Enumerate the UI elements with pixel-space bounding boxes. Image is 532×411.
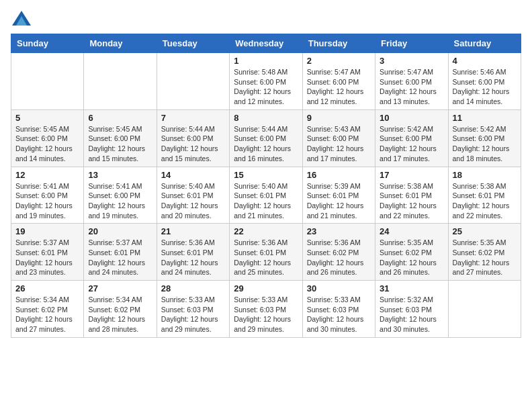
calendar-day-cell: 1Sunrise: 5:48 AMSunset: 6:00 PMDaylight… <box>230 53 302 110</box>
day-number: 20 <box>88 226 152 236</box>
calendar-table: SundayMondayTuesdayWednesdayThursdayFrid… <box>11 34 521 338</box>
logo-icon <box>12 11 31 26</box>
calendar-day-cell: 29Sunrise: 5:33 AMSunset: 6:03 PMDayligh… <box>230 281 302 338</box>
calendar-week-row: 1Sunrise: 5:48 AMSunset: 6:00 PMDaylight… <box>11 53 521 110</box>
day-number: 22 <box>234 226 298 236</box>
calendar-day-cell: 21Sunrise: 5:36 AMSunset: 6:01 PMDayligh… <box>157 224 229 281</box>
calendar-empty-cell <box>11 53 84 110</box>
day-number: 23 <box>307 226 371 236</box>
day-info: Sunrise: 5:37 AMSunset: 6:01 PMDaylight:… <box>15 238 79 277</box>
weekday-header-cell: Tuesday <box>157 34 229 53</box>
day-info: Sunrise: 5:47 AMSunset: 6:00 PMDaylight:… <box>380 67 443 107</box>
calendar-day-cell: 9Sunrise: 5:43 AMSunset: 6:00 PMDaylight… <box>302 109 375 167</box>
calendar-week-row: 5Sunrise: 5:45 AMSunset: 6:00 PMDaylight… <box>11 109 521 167</box>
day-info: Sunrise: 5:36 AMSunset: 6:01 PMDaylight:… <box>161 238 225 277</box>
day-info: Sunrise: 5:38 AMSunset: 6:01 PMDaylight:… <box>380 181 443 221</box>
day-number: 29 <box>234 283 298 293</box>
calendar-day-cell: 4Sunrise: 5:46 AMSunset: 6:00 PMDaylight… <box>448 53 521 110</box>
day-info: Sunrise: 5:44 AMSunset: 6:00 PMDaylight:… <box>161 124 225 164</box>
day-number: 2 <box>307 56 371 66</box>
calendar-empty-cell <box>448 281 521 338</box>
day-info: Sunrise: 5:41 AMSunset: 6:00 PMDaylight:… <box>15 181 79 221</box>
calendar-day-cell: 24Sunrise: 5:35 AMSunset: 6:02 PMDayligh… <box>375 224 448 281</box>
day-number: 26 <box>15 283 79 293</box>
weekday-header-cell: Friday <box>375 34 448 53</box>
calendar-day-cell: 3Sunrise: 5:47 AMSunset: 6:00 PMDaylight… <box>375 53 448 110</box>
weekday-header-row: SundayMondayTuesdayWednesdayThursdayFrid… <box>11 34 521 53</box>
day-number: 8 <box>234 113 298 123</box>
calendar-day-cell: 16Sunrise: 5:39 AMSunset: 6:01 PMDayligh… <box>302 167 375 224</box>
calendar-day-cell: 8Sunrise: 5:44 AMSunset: 6:00 PMDaylight… <box>230 109 302 167</box>
day-number: 7 <box>161 113 225 123</box>
day-number: 19 <box>15 226 79 236</box>
day-number: 1 <box>234 56 298 66</box>
weekday-header-cell: Thursday <box>302 34 375 53</box>
calendar-day-cell: 5Sunrise: 5:45 AMSunset: 6:00 PMDaylight… <box>11 109 84 167</box>
day-number: 3 <box>380 56 443 66</box>
calendar-day-cell: 28Sunrise: 5:33 AMSunset: 6:03 PMDayligh… <box>157 281 229 338</box>
day-info: Sunrise: 5:37 AMSunset: 6:01 PMDaylight:… <box>88 238 152 277</box>
day-number: 17 <box>380 170 443 180</box>
day-info: Sunrise: 5:34 AMSunset: 6:02 PMDaylight:… <box>88 295 152 334</box>
calendar-day-cell: 7Sunrise: 5:44 AMSunset: 6:00 PMDaylight… <box>157 109 229 167</box>
calendar-day-cell: 10Sunrise: 5:42 AMSunset: 6:00 PMDayligh… <box>375 109 448 167</box>
day-info: Sunrise: 5:40 AMSunset: 6:01 PMDaylight:… <box>161 181 225 221</box>
calendar-day-cell: 22Sunrise: 5:36 AMSunset: 6:01 PMDayligh… <box>230 224 302 281</box>
day-info: Sunrise: 5:48 AMSunset: 6:00 PMDaylight:… <box>234 67 298 107</box>
calendar-empty-cell <box>157 53 229 110</box>
day-info: Sunrise: 5:40 AMSunset: 6:01 PMDaylight:… <box>234 181 298 221</box>
calendar-day-cell: 6Sunrise: 5:45 AMSunset: 6:00 PMDaylight… <box>84 109 157 167</box>
day-number: 25 <box>453 226 517 236</box>
day-number: 16 <box>307 170 371 180</box>
calendar-day-cell: 27Sunrise: 5:34 AMSunset: 6:02 PMDayligh… <box>84 281 157 338</box>
day-number: 24 <box>380 226 443 236</box>
calendar-day-cell: 18Sunrise: 5:38 AMSunset: 6:01 PMDayligh… <box>448 167 521 224</box>
calendar-day-cell: 30Sunrise: 5:33 AMSunset: 6:03 PMDayligh… <box>302 281 375 338</box>
weekday-header-cell: Monday <box>84 34 157 53</box>
day-number: 14 <box>161 170 225 180</box>
day-number: 21 <box>161 226 225 236</box>
calendar-empty-cell <box>84 53 157 110</box>
calendar-day-cell: 17Sunrise: 5:38 AMSunset: 6:01 PMDayligh… <box>375 167 448 224</box>
day-number: 5 <box>15 113 79 123</box>
day-info: Sunrise: 5:36 AMSunset: 6:01 PMDaylight:… <box>234 238 298 277</box>
calendar-day-cell: 2Sunrise: 5:47 AMSunset: 6:00 PMDaylight… <box>302 53 375 110</box>
day-info: Sunrise: 5:33 AMSunset: 6:03 PMDaylight:… <box>234 295 298 334</box>
page-header <box>11 11 521 26</box>
calendar-day-cell: 14Sunrise: 5:40 AMSunset: 6:01 PMDayligh… <box>157 167 229 224</box>
day-info: Sunrise: 5:36 AMSunset: 6:02 PMDaylight:… <box>307 238 371 277</box>
calendar-day-cell: 13Sunrise: 5:41 AMSunset: 6:00 PMDayligh… <box>84 167 157 224</box>
day-number: 28 <box>161 283 225 293</box>
logo <box>11 11 31 26</box>
calendar-day-cell: 12Sunrise: 5:41 AMSunset: 6:00 PMDayligh… <box>11 167 84 224</box>
calendar-day-cell: 31Sunrise: 5:32 AMSunset: 6:03 PMDayligh… <box>375 281 448 338</box>
calendar-week-row: 19Sunrise: 5:37 AMSunset: 6:01 PMDayligh… <box>11 224 521 281</box>
weekday-header-cell: Saturday <box>448 34 521 53</box>
calendar-day-cell: 25Sunrise: 5:35 AMSunset: 6:02 PMDayligh… <box>448 224 521 281</box>
day-number: 27 <box>88 283 152 293</box>
calendar-day-cell: 15Sunrise: 5:40 AMSunset: 6:01 PMDayligh… <box>230 167 302 224</box>
calendar-day-cell: 11Sunrise: 5:42 AMSunset: 6:00 PMDayligh… <box>448 109 521 167</box>
day-number: 4 <box>453 56 517 66</box>
day-info: Sunrise: 5:35 AMSunset: 6:02 PMDaylight:… <box>453 238 517 277</box>
day-number: 11 <box>453 113 517 123</box>
day-info: Sunrise: 5:42 AMSunset: 6:00 PMDaylight:… <box>453 124 517 164</box>
day-info: Sunrise: 5:38 AMSunset: 6:01 PMDaylight:… <box>453 181 517 221</box>
day-info: Sunrise: 5:39 AMSunset: 6:01 PMDaylight:… <box>307 181 371 221</box>
day-info: Sunrise: 5:46 AMSunset: 6:00 PMDaylight:… <box>453 67 517 107</box>
day-number: 12 <box>15 170 79 180</box>
day-info: Sunrise: 5:35 AMSunset: 6:02 PMDaylight:… <box>380 238 443 277</box>
calendar-day-cell: 20Sunrise: 5:37 AMSunset: 6:01 PMDayligh… <box>84 224 157 281</box>
day-info: Sunrise: 5:41 AMSunset: 6:00 PMDaylight:… <box>88 181 152 221</box>
day-number: 18 <box>453 170 517 180</box>
day-number: 6 <box>88 113 152 123</box>
calendar-body: 1Sunrise: 5:48 AMSunset: 6:00 PMDaylight… <box>11 53 521 338</box>
day-info: Sunrise: 5:45 AMSunset: 6:00 PMDaylight:… <box>15 124 79 164</box>
calendar-header: SundayMondayTuesdayWednesdayThursdayFrid… <box>11 34 521 53</box>
day-info: Sunrise: 5:33 AMSunset: 6:03 PMDaylight:… <box>307 295 371 334</box>
calendar-week-row: 12Sunrise: 5:41 AMSunset: 6:00 PMDayligh… <box>11 167 521 224</box>
day-info: Sunrise: 5:45 AMSunset: 6:00 PMDaylight:… <box>88 124 152 164</box>
day-number: 9 <box>307 113 371 123</box>
day-number: 30 <box>307 283 371 293</box>
weekday-header-cell: Wednesday <box>230 34 302 53</box>
